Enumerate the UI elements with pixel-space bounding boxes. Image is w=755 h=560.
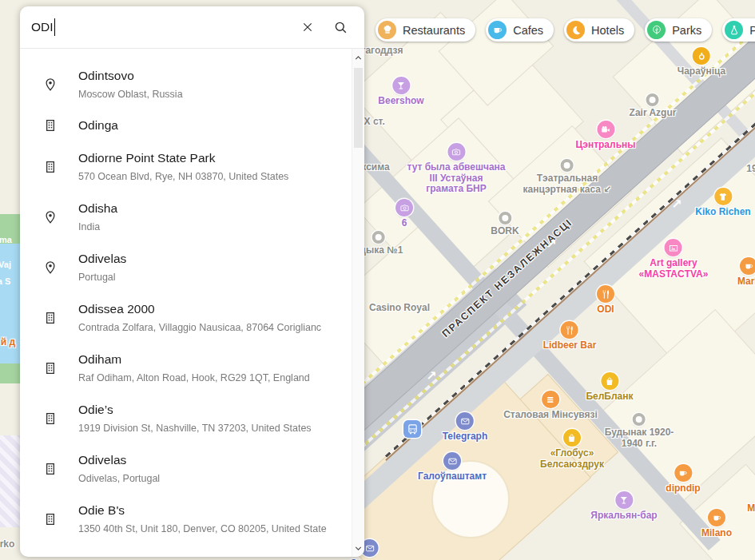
bag-icon: [563, 429, 581, 447]
search-result-row[interactable]: Odiham Raf Odiham, Alton Road, Hook, RG2…: [20, 343, 364, 393]
search-result-row[interactable]: Odissea 2000 Contrada Zolfara, Villaggio…: [20, 292, 364, 343]
dot-icon: [499, 212, 511, 224]
map-poi-frag-19[interactable]: 19: [746, 162, 755, 175]
map-poi-casino-royal[interactable]: Casino Royal: [369, 301, 430, 314]
map-poi-frag-ix-st[interactable]: ІХ ст.: [361, 115, 385, 128]
gallery-icon: [665, 239, 682, 256]
category-chip-parks[interactable]: Parks: [645, 18, 712, 42]
close-icon: [301, 21, 314, 34]
map-poi-teatr-kasa[interactable]: Тэатральнаяканцэртная каса ↙: [523, 159, 612, 195]
map-poi-frag-stagoddzya[interactable]: тагоддзя: [361, 44, 403, 57]
poi-label: Beershow: [378, 96, 423, 107]
clear-search-button[interactable]: [298, 18, 317, 37]
map-poi-frag-ksima[interactable]: ксима: [361, 161, 389, 173]
poi-label: Art gallery«MASTACTVA»: [639, 258, 709, 280]
map-poi-arrow-1[interactable]: ↗: [546, 237, 556, 250]
map-poi-camera-6[interactable]: 6: [395, 199, 413, 229]
building-icon: [42, 411, 58, 426]
building-icon: [42, 311, 58, 325]
poi-label: 6: [402, 218, 407, 229]
result-title: Odissea 2000: [78, 302, 332, 316]
dot-icon: [561, 159, 574, 172]
map-poi-lidbeer-bar[interactable]: Lidbeer Bar: [543, 321, 597, 351]
search-result-row[interactable]: Odivelas Odivelas, Portugal: [20, 443, 364, 494]
search-result-row[interactable]: Odivelas Portugal: [20, 242, 364, 292]
poi-label: dipndip: [666, 483, 700, 494]
tree-icon: [647, 21, 666, 39]
search-input[interactable]: ODI: [31, 20, 54, 34]
map-poi-mark[interactable]: Mark: [737, 257, 755, 288]
poi-label: a S: [0, 276, 10, 288]
map-poi-frag-yd[interactable]: й д: [1, 336, 15, 348]
scroll-thumb[interactable]: [354, 68, 363, 148]
search-button[interactable]: [330, 17, 352, 38]
map-poi-haloupashtamt[interactable]: Галоўпаштамт: [418, 452, 487, 483]
poi-label: Яркальян-бар: [590, 510, 657, 522]
map-poi-frag-as[interactable]: a S: [0, 275, 10, 288]
result-title: Odinga: [78, 118, 332, 133]
map-poi-kiko-richen[interactable]: Kiko Richen: [695, 188, 750, 218]
poi-label: BORK: [491, 226, 519, 237]
search-result-row[interactable]: Odinga: [20, 109, 364, 141]
map-poi-globus[interactable]: «Глобус»Белсаюздрук: [540, 429, 604, 470]
pin-icon: [42, 260, 58, 275]
results-scrollbar[interactable]: [352, 49, 364, 557]
search-result-row[interactable]: Odiorne Point State Park 570 Ocean Blvd,…: [20, 141, 364, 192]
scroll-down-button[interactable]: [352, 542, 364, 554]
map-poi-budynak[interactable]: Будынак 1920-1940 г.г.: [605, 413, 674, 449]
category-chip-pharmacies[interactable]: Pharmacies: [722, 18, 755, 42]
map-poi-bork[interactable]: BORK: [491, 212, 519, 237]
poi-label: Mi: [747, 503, 755, 514]
dot-icon: [372, 231, 385, 244]
map-poi-frag-mi[interactable]: Mi: [747, 502, 755, 514]
map-poi-arrow-2[interactable]: ↗: [671, 197, 681, 210]
map-poi-frag-vaj[interactable]: Vaj: [0, 258, 11, 271]
map-poi-dipndip[interactable]: dipndip: [666, 464, 700, 494]
chef-hat-icon: [378, 21, 396, 39]
cup-icon: [740, 257, 755, 275]
map-poi-beershow[interactable]: Beershow: [378, 77, 423, 107]
poi-label: тут была абвешчанаIII Устаўнаяграмата БН…: [407, 162, 505, 195]
poi-label: rko: [0, 539, 14, 550]
poi-label: Casino Royal: [369, 303, 430, 314]
search-result-row[interactable]: Odie B's 1350 40th St, Unit 180, Denver,…: [20, 494, 364, 544]
map-poi-art-gallery[interactable]: Art gallery«MASTACTVA»: [639, 239, 709, 280]
map-poi-charaunitsa[interactable]: Чараўніца: [678, 47, 726, 77]
poi-label: 19: [746, 164, 755, 175]
poi-label: ↗: [426, 371, 436, 382]
pin-icon: [42, 210, 58, 224]
bag-icon: [601, 372, 618, 390]
map-poi-yarkalyan-bar[interactable]: Яркальян-бар: [590, 491, 657, 522]
poi-label: ↗: [671, 199, 681, 210]
envelope-icon: [443, 452, 461, 470]
category-chip-hotels[interactable]: Hotels: [564, 18, 634, 42]
result-subtitle: Odivelas, Portugal: [78, 473, 332, 484]
cup-icon: [674, 464, 692, 482]
map-poi-odi[interactable]: ODI: [597, 285, 614, 316]
poi-label: ma: [0, 235, 12, 246]
map-poi-bnr-plaque[interactable]: тут была абвешчанаIII Устаўнаяграмата БН…: [407, 143, 505, 195]
scroll-up-button[interactable]: [352, 51, 364, 64]
result-subtitle: 570 Ocean Blvd, Rye, NH 03870, United St…: [78, 171, 332, 182]
map-poi-milano[interactable]: Milano: [701, 509, 732, 539]
camera-icon: [395, 199, 413, 216]
map-poi-zair-azgur[interactable]: Zair Azgur: [630, 93, 677, 119]
category-chip-cafes[interactable]: Cafes: [486, 18, 554, 42]
search-icon: [333, 20, 348, 35]
map-poi-telegraph[interactable]: Telegraph: [443, 412, 487, 443]
map-poi-arrow-3[interactable]: ↗: [426, 369, 436, 382]
map-poi-stalovaya[interactable]: Сталовая Мінсувязі: [503, 391, 598, 421]
map-poi-bus-stop[interactable]: [403, 420, 421, 438]
map-poi-frag-ma[interactable]: ma: [0, 233, 12, 246]
category-chip-restaurants[interactable]: Restaurants: [376, 18, 475, 42]
poi-label: Vaj: [0, 260, 11, 271]
search-result-row[interactable]: Odie’s 1919 Division St, Nashville, TN 3…: [20, 393, 364, 443]
bus-icon: [403, 420, 421, 438]
search-result-row[interactable]: Odisha India: [20, 192, 364, 242]
search-box[interactable]: ODI: [20, 6, 364, 48]
map-poi-frag-rko[interactable]: rko: [0, 538, 14, 550]
map-poi-tsentralny[interactable]: Цэнтральны: [575, 121, 635, 151]
camera-icon: [447, 143, 465, 161]
chip-label: Pharmacies: [749, 24, 755, 37]
search-result-row[interactable]: Odintsovo Moscow Oblast, Russia: [20, 59, 364, 109]
